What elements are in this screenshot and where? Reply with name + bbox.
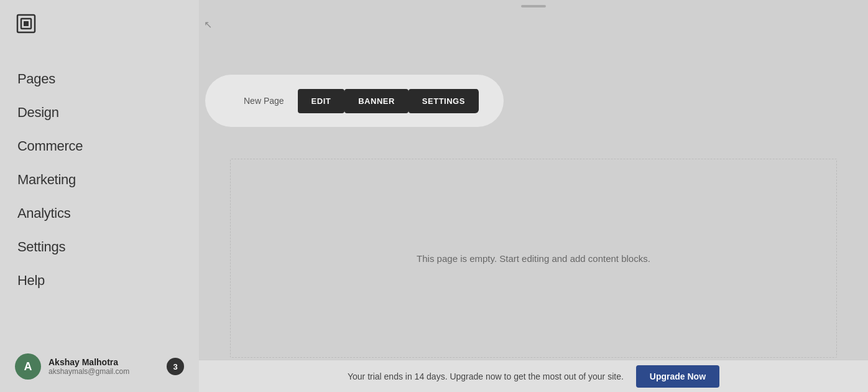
sidebar-item-help[interactable]: Help bbox=[0, 264, 199, 297]
sidebar-item-pages[interactable]: Pages bbox=[0, 62, 199, 96]
corner-arrow-icon: ↖ bbox=[204, 19, 216, 31]
logo[interactable] bbox=[0, 0, 199, 50]
top-handle bbox=[521, 5, 546, 7]
upgrade-message: Your trial ends in 14 days. Upgrade now … bbox=[348, 371, 624, 381]
sidebar-item-analytics[interactable]: Analytics bbox=[0, 197, 199, 230]
user-info[interactable]: A Akshay Malhotra akshaymals@gmail.com bbox=[15, 353, 129, 380]
empty-page-message: This page is empty. Start editing and ad… bbox=[417, 253, 650, 264]
sidebar: Pages Design Commerce Marketing Analytic… bbox=[0, 0, 199, 392]
upgrade-bar: Your trial ends in 14 days. Upgrade now … bbox=[199, 360, 868, 392]
user-name: Akshay Malhotra bbox=[48, 357, 129, 367]
sidebar-nav: Pages Design Commerce Marketing Analytic… bbox=[0, 56, 199, 341]
page-toolbar: New Page EDIT BANNER SETTINGS bbox=[230, 88, 479, 113]
notification-badge[interactable]: 3 bbox=[167, 358, 184, 375]
sidebar-item-marketing[interactable]: Marketing bbox=[0, 163, 199, 197]
app-container: Pages Design Commerce Marketing Analytic… bbox=[0, 0, 868, 392]
banner-tab[interactable]: BANNER bbox=[344, 89, 409, 113]
edit-tab[interactable]: EDIT bbox=[298, 89, 345, 113]
user-email: akshaymals@gmail.com bbox=[48, 367, 129, 376]
oval-highlight: New Page EDIT BANNER SETTINGS bbox=[205, 75, 504, 127]
page-toolbar-wrapper: New Page EDIT BANNER SETTINGS bbox=[199, 75, 868, 127]
sidebar-item-commerce[interactable]: Commerce bbox=[0, 129, 199, 163]
new-page-tab[interactable]: New Page bbox=[230, 88, 298, 113]
squarespace-logo-icon bbox=[15, 12, 37, 35]
page-content-area: This page is empty. Start editing and ad… bbox=[230, 159, 837, 358]
user-details: Akshay Malhotra akshaymals@gmail.com bbox=[48, 357, 129, 376]
avatar: A bbox=[15, 353, 41, 380]
sidebar-item-design[interactable]: Design bbox=[0, 96, 199, 129]
main-content: ↖ New Page EDIT BANNER SETTINGS This pag… bbox=[199, 0, 868, 392]
settings-tab[interactable]: SETTINGS bbox=[409, 89, 479, 113]
svg-rect-2 bbox=[24, 21, 29, 26]
upgrade-now-button[interactable]: Upgrade Now bbox=[636, 365, 719, 388]
sidebar-item-settings[interactable]: Settings bbox=[0, 230, 199, 264]
sidebar-footer: A Akshay Malhotra akshaymals@gmail.com 3 bbox=[0, 341, 199, 392]
